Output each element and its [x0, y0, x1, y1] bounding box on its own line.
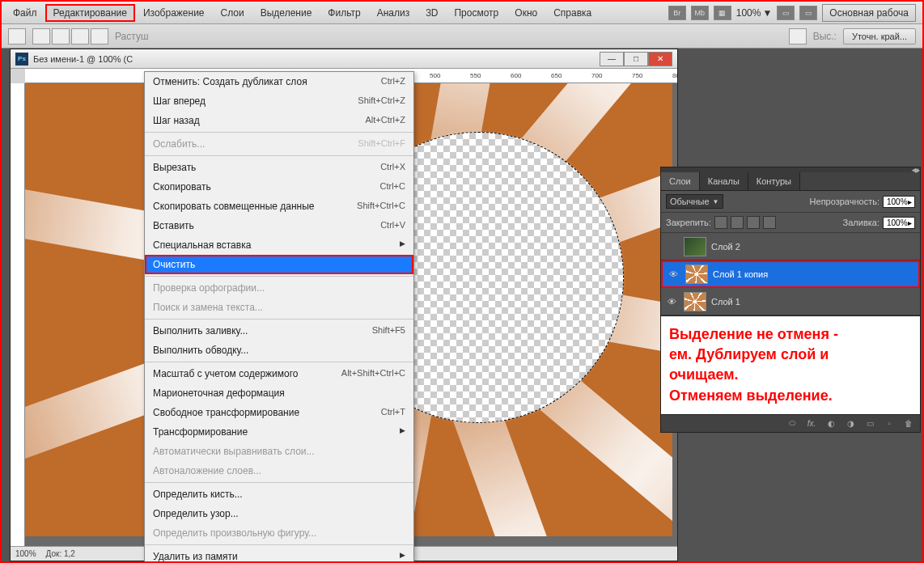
minimize-button[interactable]: — [600, 52, 624, 66]
marquee-int-icon[interactable] [91, 28, 108, 44]
menu-item[interactable]: Определить кисть... [145, 485, 413, 504]
menu-item[interactable]: Масштаб с учетом содержимогоAlt+Shift+Ct… [145, 364, 413, 383]
menu-item[interactable]: Удалить из памяти [145, 547, 413, 563]
feather-label: Растуш [115, 31, 149, 42]
layers-list: Слой 2 👁 Слой 1 копия 👁 Слой 1 [661, 233, 920, 315]
group-icon[interactable]: ▭ [863, 417, 876, 429]
layers-panel: ◄◄ ▶ Слои Каналы Контуры Обычные▼ Непроз… [660, 167, 921, 433]
status-zoom[interactable]: 100% [15, 549, 36, 558]
layer-thumbnail[interactable] [685, 265, 708, 284]
adjustment-icon[interactable]: ◑ [844, 417, 857, 429]
marquee-rect-icon[interactable] [32, 28, 50, 44]
menu-item[interactable]: ВставитьCtrl+V [145, 216, 413, 235]
menu-item: Определить произвольную фигуру... [145, 523, 413, 543]
menu-item[interactable]: СкопироватьCtrl+C [145, 177, 413, 197]
layers-footer: ⬭ fx. ◐ ◑ ▭ ▫ 🗑 [661, 414, 920, 432]
layer-row[interactable]: 👁 Слой 1 [661, 288, 920, 315]
visibility-toggle[interactable]: 👁 [666, 267, 680, 282]
fill-label: Заливка: [843, 218, 879, 227]
screen-mode-icon[interactable]: ▭ [777, 6, 795, 20]
marquee-add-icon[interactable] [52, 28, 70, 44]
menu-item[interactable]: Очистить [145, 255, 413, 274]
menu-item[interactable]: Специальная вставка [145, 235, 413, 255]
menu-window[interactable]: Окно [507, 4, 545, 22]
menu-item[interactable]: Свободное трансформированиеCtrl+T [145, 403, 413, 422]
tool-preset-icon[interactable] [8, 28, 26, 44]
ps-icon: Ps [15, 53, 28, 66]
menu-layers[interactable]: Слои [213, 4, 252, 22]
menu-item[interactable]: Шаг впередShift+Ctrl+Z [145, 91, 413, 111]
layer-name[interactable]: Слой 2 [711, 242, 740, 252]
minibridge-icon[interactable]: Mb [691, 6, 709, 20]
blend-mode-select[interactable]: Обычные▼ [666, 194, 723, 209]
workspace: Ps Без имени-1 @ 100% (С — □ ✕ 500 550 6… [2, 49, 922, 561]
layer-name[interactable]: Слой 1 [711, 297, 740, 307]
menu-file[interactable]: Файл [5, 4, 45, 22]
mask-icon[interactable]: ◐ [824, 417, 837, 429]
lock-label: Закрепить: [666, 218, 711, 227]
delete-icon[interactable]: 🗑 [902, 417, 915, 429]
menu-item: Поиск и замена текста... [145, 298, 413, 317]
options-bar: Растуш Выс.: Уточн. край... [2, 24, 922, 49]
style-icon[interactable] [789, 28, 807, 44]
menu-item: Автоналожение слоев... [145, 461, 413, 480]
layer-thumbnail[interactable] [684, 292, 706, 311]
menu-select[interactable]: Выделение [252, 4, 320, 22]
menu-edit[interactable]: Редактирование [45, 4, 135, 22]
ruler-vertical[interactable] [11, 83, 25, 546]
opacity-input[interactable]: 100%▸ [883, 196, 915, 208]
zoom-level[interactable]: 100% ▼ [736, 7, 773, 19]
layer-thumbnail[interactable] [684, 237, 706, 256]
workspace-button[interactable]: Основная рабоча [822, 4, 916, 22]
annotation-text: Выделение не отменя - ем. Дублируем слой… [661, 315, 920, 414]
menu-item[interactable]: Шаг назадAlt+Ctrl+Z [145, 111, 413, 130]
opacity-label: Непрозрачность: [810, 197, 879, 206]
menu-item: Ослабить...Shift+Ctrl+F [145, 134, 413, 154]
layer-row[interactable]: Слой 2 [661, 233, 920, 260]
lock-all-icon[interactable] [763, 216, 776, 229]
link-icon[interactable]: ⬭ [786, 417, 799, 429]
fill-input[interactable]: 100%▸ [883, 217, 915, 229]
menu-analysis[interactable]: Анализ [369, 4, 418, 22]
menu-help[interactable]: Справка [545, 4, 600, 22]
maximize-button[interactable]: □ [624, 52, 648, 66]
visibility-toggle[interactable] [664, 239, 679, 254]
tab-paths[interactable]: Контуры [748, 172, 800, 190]
refine-edge-button[interactable]: Уточн. край... [843, 28, 916, 44]
menu-item[interactable]: Скопировать совмещенные данныеShift+Ctrl… [145, 197, 413, 216]
tab-channels[interactable]: Каналы [700, 172, 748, 190]
edit-dropdown: Отменить: Создать дубликат слояCtrl+ZШаг… [144, 71, 414, 563]
lock-paint-icon[interactable] [731, 216, 744, 229]
visibility-toggle[interactable]: 👁 [664, 294, 679, 309]
menubar: Файл Редактирование Изображение Слои Выд… [2, 2, 922, 24]
document-titlebar[interactable]: Ps Без имени-1 @ 100% (С — □ ✕ [11, 49, 677, 69]
menu-item[interactable]: Определить узор... [145, 504, 413, 523]
menu-item[interactable]: ВырезатьCtrl+X [145, 158, 413, 177]
bridge-icon[interactable]: Br [668, 6, 686, 20]
menu-view[interactable]: Просмотр [446, 4, 507, 22]
menu-item[interactable]: Марионеточная деформация [145, 383, 413, 403]
arrange-icon[interactable]: ▭ [799, 6, 817, 20]
menu-item[interactable]: Отменить: Создать дубликат слояCtrl+Z [145, 72, 413, 91]
status-doc[interactable]: Док: 1,2 [46, 549, 75, 558]
marquee-sub-icon[interactable] [71, 28, 89, 44]
layer-name[interactable]: Слой 1 копия [713, 269, 768, 279]
menu-filter[interactable]: Фильтр [320, 4, 368, 22]
lock-move-icon[interactable] [747, 216, 760, 229]
menu-item[interactable]: Трансформирование [145, 422, 413, 442]
height-label: Выс.: [813, 31, 837, 42]
menu-item: Автоматически выравнивать слои... [145, 442, 413, 461]
document-title: Без имени-1 @ 100% (С [33, 54, 133, 64]
menu-item[interactable]: Выполнить обводку... [145, 341, 413, 360]
menu-item[interactable]: Выполнить заливку...Shift+F5 [145, 321, 413, 341]
close-button[interactable]: ✕ [648, 52, 672, 66]
menu-image[interactable]: Изображение [135, 4, 213, 22]
menu-3d[interactable]: 3D [417, 4, 446, 22]
fx-icon[interactable]: fx. [805, 417, 818, 429]
new-layer-icon[interactable]: ▫ [883, 417, 896, 429]
layer-row[interactable]: 👁 Слой 1 копия [661, 260, 920, 288]
menu-item: Проверка орфографии... [145, 278, 413, 298]
tab-layers[interactable]: Слои [661, 172, 700, 190]
lock-transparent-icon[interactable] [714, 216, 727, 229]
grid-icon[interactable]: ▦ [714, 6, 731, 20]
